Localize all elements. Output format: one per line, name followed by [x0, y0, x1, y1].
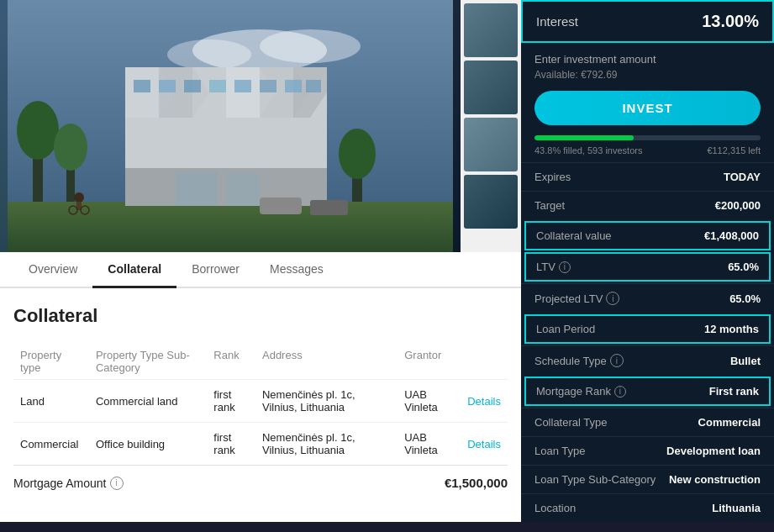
cell-details-2[interactable]: Details: [461, 423, 508, 466]
tab-messages[interactable]: Messages: [255, 252, 339, 288]
tab-collateral[interactable]: Collateral: [92, 252, 176, 288]
progress-remaining-label: €112,315 left: [707, 145, 761, 155]
loan-period-label: Loan Period: [536, 323, 595, 335]
progress-fill-label: 43.8% filled, 593 investors: [534, 145, 642, 155]
schedule-value: Bullet: [730, 355, 761, 367]
section-title: Collateral: [13, 305, 508, 327]
target-label: Target: [534, 199, 565, 212]
content-area: Collateral Property type Property Type S…: [0, 288, 521, 517]
cell-details-1[interactable]: Details: [461, 380, 508, 423]
info-row-loan-type: Loan Type Development loan: [521, 436, 774, 465]
loan-type-label: Loan Type: [534, 445, 585, 457]
mortgage-rank-row: Mortgage Rank i First rank: [524, 377, 771, 406]
svg-rect-18: [184, 80, 201, 92]
collateral-value-value: €1,408,000: [704, 229, 759, 242]
cell-grantor-2: UAB Vinleta: [398, 423, 461, 466]
cell-rank-2: first rank: [207, 423, 255, 466]
progress-area: 43.8% filled, 593 investors €112,315 lef…: [521, 135, 774, 162]
cell-address-2: Nemenčinės pl. 1c, Vilnius, Lithuania: [255, 423, 398, 466]
svg-rect-23: [306, 80, 321, 92]
col-header-action: [461, 344, 508, 380]
ltv-row: LTV i 65.0%: [524, 252, 771, 282]
svg-point-6: [17, 101, 59, 160]
col-header-sub-category: Property Type Sub-Category: [89, 344, 207, 380]
target-value: €200,000: [715, 199, 761, 212]
info-row-loan-type-sub: Loan Type Sub-Category New construction: [521, 465, 774, 493]
tab-bar: Overview Collateral Borrower Messages: [0, 252, 521, 288]
svg-rect-30: [310, 200, 348, 215]
thumbnail-list: [461, 0, 521, 252]
svg-rect-20: [234, 80, 251, 92]
svg-rect-21: [260, 80, 276, 92]
collateral-table: Property type Property Type Sub-Category…: [13, 344, 508, 465]
ltv-label: LTV i: [536, 261, 571, 273]
table-row: Commercial Office building first rank Ne…: [13, 423, 508, 466]
progress-labels: 43.8% filled, 593 investors €112,315 lef…: [534, 145, 761, 155]
svg-rect-16: [134, 80, 150, 92]
collateral-type-value: Commercial: [698, 416, 761, 429]
progress-bar-background: [534, 135, 761, 140]
mortgage-row: Mortgage Amount i €1,500,000: [13, 465, 508, 500]
svg-rect-19: [209, 80, 226, 92]
invest-button[interactable]: INVEST: [534, 91, 761, 125]
cell-sub-category-2: Office building: [89, 423, 207, 466]
collateral-value-label: Collateral value: [536, 229, 612, 242]
tab-overview[interactable]: Overview: [13, 252, 92, 288]
tab-borrower[interactable]: Borrower: [176, 252, 255, 288]
invest-input-label: Enter investment amount: [534, 53, 761, 66]
info-row-collateral-type: Collateral Type Commercial: [521, 408, 774, 436]
svg-rect-29: [260, 198, 302, 214]
interest-value: 13.00%: [702, 12, 759, 31]
svg-rect-4: [8, 202, 453, 252]
cell-address-1: Nemenčinės pl. 1c, Vilnius, Lithuania: [255, 380, 398, 423]
loan-period-row: Loan Period 12 months: [524, 314, 771, 344]
thumbnail-1[interactable]: [464, 3, 518, 57]
mortgage-rank-label: Mortgage Rank i: [536, 385, 626, 398]
mortgage-info-icon[interactable]: i: [110, 477, 124, 490]
cell-sub-category-1: Commercial land: [89, 380, 207, 423]
interest-box: Interest 13.00%: [521, 0, 774, 43]
progress-bar-fill: [534, 135, 634, 140]
loan-type-sub-value: New construction: [669, 473, 761, 486]
info-row-projected-ltv: Projected LTV i 65.0%: [521, 283, 774, 313]
interest-label: Interest: [536, 14, 578, 29]
thumbnail-3[interactable]: [464, 118, 518, 171]
thumbnail-4[interactable]: [464, 175, 518, 229]
loan-period-value: 12 months: [704, 323, 759, 335]
hero-area: [0, 0, 521, 252]
projected-ltv-label: Projected LTV i: [534, 292, 619, 305]
collateral-type-label: Collateral Type: [534, 416, 607, 429]
loan-type-sub-label: Loan Type Sub-Category: [534, 473, 656, 486]
projected-ltv-value: 65.0%: [729, 292, 761, 305]
col-header-grantor: Grantor: [398, 344, 461, 380]
ltv-value: 65.0%: [728, 261, 759, 273]
svg-rect-17: [159, 80, 176, 92]
expires-value: TODAY: [724, 171, 761, 183]
schedule-info-icon[interactable]: i: [610, 354, 624, 367]
projected-ltv-info-icon[interactable]: i: [606, 292, 619, 305]
collateral-value-row: Collateral value €1,408,000: [524, 221, 771, 250]
mortgage-label: Mortgage Amount i: [13, 477, 124, 490]
svg-point-3: [167, 40, 251, 70]
thumbnail-2[interactable]: [464, 61, 518, 114]
svg-rect-26: [226, 172, 260, 206]
mortgage-rank-value: First rank: [709, 385, 759, 398]
svg-rect-22: [285, 80, 302, 92]
cell-property-type-1: Land: [13, 380, 89, 423]
mortgage-amount: €1,500,000: [445, 476, 508, 490]
info-row-expires: Expires TODAY: [521, 162, 774, 191]
col-header-address: Address: [255, 344, 398, 380]
loan-type-value: Development loan: [666, 445, 761, 457]
ltv-info-icon[interactable]: i: [559, 261, 571, 273]
mortgage-rank-info-icon[interactable]: i: [614, 386, 626, 398]
cell-property-type-2: Commercial: [13, 423, 89, 466]
svg-rect-25: [176, 172, 218, 206]
location-label: Location: [534, 502, 576, 514]
svg-point-28: [339, 129, 376, 179]
svg-point-8: [54, 124, 87, 171]
svg-point-2: [260, 29, 361, 63]
info-row-location: Location Lithuania: [521, 493, 774, 522]
col-header-rank: Rank: [207, 344, 255, 380]
expires-label: Expires: [534, 171, 571, 183]
invest-section: Enter investment amount Available: €792.…: [521, 43, 774, 135]
